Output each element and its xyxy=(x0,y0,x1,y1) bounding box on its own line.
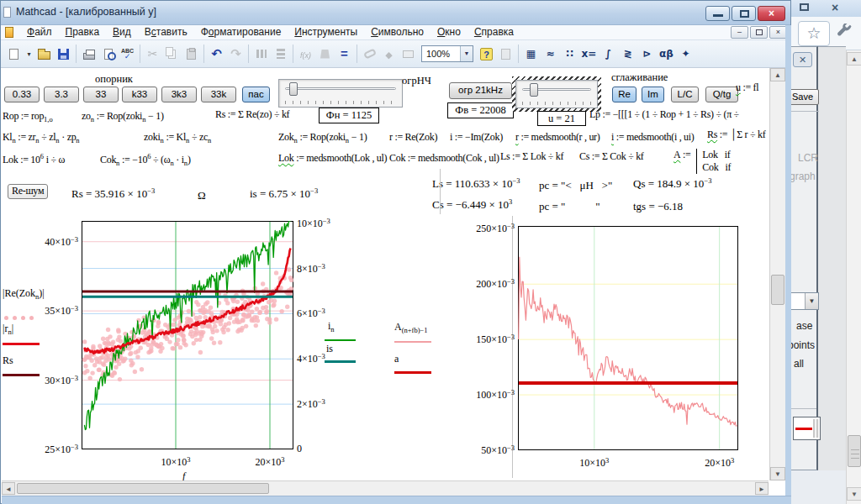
opornik-label[interactable]: опорник xyxy=(95,73,133,86)
mdi-minimize-button[interactable]: – xyxy=(731,26,748,39)
background-scrollbar[interactable]: ▲ ▼ xyxy=(846,50,861,504)
restore-icon[interactable] xyxy=(800,3,809,11)
cut-button[interactable] xyxy=(143,45,162,64)
worksheet-expression[interactable]: Cokn := −106 ÷ (ωn · in) xyxy=(100,152,191,167)
close-icon[interactable]: × xyxy=(832,1,838,14)
print-preview-button[interactable] xyxy=(98,45,118,64)
worksheet-expression[interactable]: Kln := zrn ÷ zln · zpn xyxy=(3,131,80,144)
worksheet-expression[interactable]: Ω xyxy=(198,189,206,202)
worksheet-expression[interactable]: Cs = −6.449 × 103 xyxy=(432,197,512,212)
insert-control-button[interactable] xyxy=(399,45,418,64)
menu-форматирование[interactable]: Форматирование xyxy=(194,25,288,39)
mode-button-l-c[interactable]: L/C xyxy=(671,87,699,102)
paste-button[interactable] xyxy=(182,45,201,64)
worksheet[interactable]: 0.333.333k333k333kпасФн = 1125огр 21kHzФ… xyxy=(2,68,769,497)
greek-palette-button[interactable]: αβ xyxy=(657,45,676,64)
smoothing-slider-selection[interactable] xyxy=(512,76,601,112)
worksheet-expression[interactable]: Zokn := Rop(zokin − 1) xyxy=(278,131,367,144)
panel-list-item[interactable]: ase xyxy=(796,320,812,332)
worksheet-expression[interactable]: zon := Rop(zokin − 1) xyxy=(82,110,164,123)
redo-button[interactable] xyxy=(226,45,246,64)
symbolic-palette-button[interactable]: ✦ xyxy=(676,45,695,64)
pas-button[interactable]: пас xyxy=(242,87,270,102)
worksheet-expression[interactable]: i := medsmooth(i , ui) xyxy=(611,131,695,144)
undo-button[interactable] xyxy=(207,45,226,64)
fv-value-box[interactable]: Фв = 22008 xyxy=(447,102,514,118)
align-down-button[interactable] xyxy=(271,45,290,64)
worksheet-expression[interactable]: Lok := medsmooth(Lok , ul) xyxy=(278,152,387,165)
new-document-button[interactable] xyxy=(4,45,24,64)
scrollbar-thumb[interactable] xyxy=(771,275,784,305)
smoothing-label[interactable]: сглаживание xyxy=(611,71,668,84)
scroll-right-icon[interactable]: ► xyxy=(755,482,769,495)
panel-list-item[interactable]: points xyxy=(788,339,815,351)
scrollbar-thumb[interactable] xyxy=(848,435,861,467)
menu-файл[interactable]: Файл xyxy=(20,25,59,39)
slider[interactable] xyxy=(278,79,403,108)
programming-palette-button[interactable]: ⊳ xyxy=(637,45,657,64)
resource-center-button[interactable] xyxy=(496,45,515,64)
menu-инструменты[interactable]: Инструменты xyxy=(288,25,364,39)
slider[interactable] xyxy=(515,80,598,108)
graph-palette-button[interactable]: ≈ xyxy=(541,45,560,64)
a-program[interactable]: A := Lok ifCok if xyxy=(673,149,731,174)
worksheet-expression[interactable]: zokin := Kln ÷ zcn xyxy=(144,131,211,144)
fn-value-box[interactable]: Фн = 1125 xyxy=(319,108,379,123)
ref-button-33[interactable]: 33 xyxy=(83,87,119,102)
insert-component-button[interactable] xyxy=(379,45,399,64)
vertical-scrollbar[interactable]: ▲ ▼ xyxy=(769,68,785,480)
worksheet-expression[interactable]: Rop := rop1,o xyxy=(3,110,53,123)
mdi-restore-button[interactable] xyxy=(750,26,768,39)
ref-button-3k3[interactable]: 3k3 xyxy=(161,87,197,102)
menu-вставить[interactable]: Вставить xyxy=(138,25,194,39)
panel-list-item[interactable]: all xyxy=(794,358,804,370)
new-document-dropdown[interactable]: ▾ xyxy=(24,45,34,64)
worksheet-expression[interactable]: Ls = 110.633 × 10−3 xyxy=(432,176,520,191)
worksheet-expression[interactable]: Rs := Σ Re(zo) ÷ kf xyxy=(215,108,289,121)
worksheet-expression[interactable]: Rs := │Σ r ÷ kf xyxy=(707,129,765,141)
mode-button-re[interactable]: Re xyxy=(612,87,637,102)
impedance-noise-chart[interactable] xyxy=(82,221,293,449)
low-cut-label[interactable]: огрНЧ xyxy=(402,75,431,87)
worksheet-expression[interactable]: pc = "< μH >" xyxy=(539,179,612,192)
ref-button-3.3[interactable]: 3.3 xyxy=(44,87,79,102)
ref-button-33k[interactable]: 33k xyxy=(201,87,236,102)
worksheet-expression[interactable]: Qs = 184.9 × 10−3 xyxy=(633,176,711,191)
worksheet-expression[interactable]: r := medsmooth(r , ur) xyxy=(515,131,600,144)
scroll-left-icon[interactable]: ◄ xyxy=(2,482,15,495)
horizontal-scrollbar[interactable]: ◄ ► xyxy=(2,480,769,496)
evaluation-palette-button[interactable]: x= xyxy=(579,45,599,64)
worksheet-expression[interactable]: tgs = −6.18 xyxy=(633,200,683,213)
ogr-21khz-button[interactable]: огр 21kHz xyxy=(449,82,512,99)
worksheet-expression[interactable]: i := −Im(Zok) xyxy=(450,131,503,144)
worksheet-expression[interactable]: Ls := Σ Lok ÷ kf xyxy=(500,150,563,163)
insert-hyperlink-button[interactable] xyxy=(360,45,379,64)
ref-button-0.33[interactable]: 0.33 xyxy=(4,87,40,102)
u-expression[interactable]: u := fl xyxy=(736,81,758,94)
mdi-close-button[interactable]: × xyxy=(769,26,787,39)
save-button[interactable] xyxy=(54,45,73,64)
worksheet-expression[interactable]: r := Re(Zok) xyxy=(389,131,437,144)
line-style-preview[interactable] xyxy=(793,417,821,440)
scroll-up-icon[interactable]: ▲ xyxy=(770,68,785,81)
spell-check-button[interactable] xyxy=(118,45,137,64)
a-coefficient-chart[interactable] xyxy=(518,226,738,450)
re-noise-tag[interactable]: Re-шум xyxy=(8,184,48,199)
worksheet-expression[interactable]: Lok := 106 i ÷ ω xyxy=(3,152,65,166)
titlebar[interactable]: Mathcad - [калиброванный у] × xyxy=(1,1,790,25)
worksheet-expression[interactable]: Rs = 35.916 × 10−3 xyxy=(71,186,155,201)
worksheet-expression[interactable]: pc = " " xyxy=(539,200,600,213)
calculator-palette-button[interactable]: ▦ xyxy=(521,45,541,64)
print-button[interactable] xyxy=(79,45,98,64)
worksheet-expression[interactable]: Cs := Σ Cok ÷ kf xyxy=(579,150,644,163)
mode-button-q-tg[interactable]: Q/tg xyxy=(705,87,738,102)
help-button[interactable]: ? xyxy=(477,45,496,64)
worksheet-expression[interactable]: Lp := −[[[1 ÷ (1 ÷ Rop + 1 ÷ Rs) ÷ (π ÷ xyxy=(589,108,739,121)
menu-правка[interactable]: Правка xyxy=(59,25,107,39)
worksheet-expression[interactable]: is = 6.75 × 10−3 xyxy=(250,186,318,201)
align-across-button[interactable] xyxy=(251,45,271,64)
wrench-icon[interactable] xyxy=(837,24,853,44)
chevron-down-icon[interactable]: ▼ xyxy=(805,293,818,309)
scroll-down-icon[interactable]: ▼ xyxy=(770,467,785,480)
minimize-button[interactable] xyxy=(705,6,730,21)
